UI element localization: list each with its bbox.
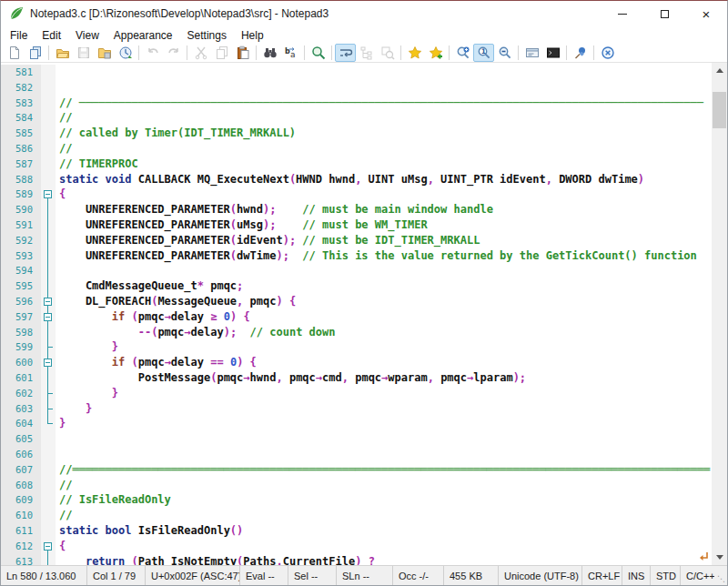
fold-collapse-box[interactable] bbox=[44, 190, 52, 198]
fold-collapse-box[interactable] bbox=[44, 298, 52, 306]
line-number[interactable]: 591 bbox=[1, 217, 41, 233]
status-mode[interactable]: STD bbox=[651, 566, 681, 585]
menu-settings[interactable]: Settings bbox=[180, 27, 234, 44]
line-number[interactable]: 611 bbox=[1, 523, 41, 539]
zoom-in-button[interactable] bbox=[452, 44, 473, 62]
minimize-button[interactable] bbox=[602, 1, 643, 26]
zoom-window-button[interactable] bbox=[377, 44, 398, 62]
copy-button[interactable] bbox=[211, 44, 232, 62]
line-number[interactable]: 610 bbox=[1, 508, 41, 523]
line-number[interactable]: 588 bbox=[1, 172, 41, 187]
menu-file[interactable]: File bbox=[3, 27, 35, 44]
line-number[interactable]: 596 bbox=[1, 294, 41, 309]
line-number[interactable]: 604 bbox=[1, 416, 41, 431]
status-column[interactable]: Col 1 / 79 bbox=[87, 566, 146, 585]
fold-marker[interactable] bbox=[41, 355, 56, 370]
fold-collapse-box[interactable] bbox=[44, 313, 52, 321]
redo-button[interactable] bbox=[163, 44, 184, 62]
status-eval[interactable]: Eval -- bbox=[240, 566, 288, 585]
line-number[interactable]: 599 bbox=[1, 339, 41, 355]
maximize-button[interactable] bbox=[643, 1, 685, 26]
save-as-button[interactable] bbox=[94, 44, 115, 62]
line-number[interactable]: 584 bbox=[1, 110, 41, 126]
status-selected-lines[interactable]: SLn -- bbox=[337, 566, 393, 585]
scroll-up-button[interactable] bbox=[712, 63, 727, 78]
line-number[interactable]: 603 bbox=[1, 401, 41, 417]
save-button[interactable] bbox=[73, 44, 94, 62]
menu-help[interactable]: Help bbox=[234, 27, 271, 44]
scroll-down-button[interactable] bbox=[712, 550, 727, 565]
zoom-100-button[interactable]: 1 bbox=[473, 44, 494, 62]
line-number[interactable]: 589 bbox=[1, 187, 41, 202]
status-selection[interactable]: Sel -- bbox=[288, 566, 337, 585]
line-number[interactable]: 609 bbox=[1, 492, 41, 508]
status-lexer[interactable]: C/C++ Source Code bbox=[681, 566, 714, 585]
fold-marker[interactable] bbox=[41, 294, 56, 309]
line-number[interactable]: 581 bbox=[1, 65, 41, 80]
fold-marker[interactable] bbox=[41, 187, 56, 202]
line-number[interactable]: 597 bbox=[1, 309, 41, 325]
menu-view[interactable]: View bbox=[68, 27, 106, 44]
line-number[interactable]: 602 bbox=[1, 386, 41, 401]
line-number[interactable]: 593 bbox=[1, 248, 41, 264]
status-line[interactable]: Ln 580 / 13.060 bbox=[1, 566, 87, 585]
editor-pane[interactable]: 581582583// ────────────────────────────… bbox=[1, 63, 727, 565]
always-on-top-button[interactable] bbox=[570, 44, 591, 62]
code-outline-button[interactable] bbox=[356, 44, 377, 62]
new-file-button[interactable] bbox=[4, 44, 25, 62]
fold-collapse-box[interactable] bbox=[44, 359, 52, 367]
exit-button[interactable] bbox=[597, 44, 618, 62]
code-text: // bbox=[56, 141, 712, 157]
line-number[interactable]: 606 bbox=[1, 447, 41, 462]
line-number[interactable]: 608 bbox=[1, 478, 41, 493]
find-button[interactable] bbox=[259, 44, 280, 62]
favorites-button[interactable] bbox=[404, 44, 425, 62]
open-button[interactable] bbox=[52, 44, 73, 62]
new-window-button[interactable] bbox=[25, 44, 46, 62]
line-number[interactable]: 600 bbox=[1, 355, 41, 370]
close-button[interactable]: × bbox=[685, 1, 727, 26]
status-occurrences[interactable]: Occ -/- bbox=[393, 566, 444, 585]
status-file-size[interactable]: 455 KB bbox=[444, 566, 499, 585]
replace-button[interactable]: ba bbox=[280, 44, 301, 62]
status-encoding[interactable]: Unicode (UTF-8) bbox=[499, 566, 582, 585]
line-number[interactable]: 585 bbox=[1, 126, 41, 141]
line-number[interactable]: 586 bbox=[1, 141, 41, 157]
line-number[interactable]: 582 bbox=[1, 80, 41, 96]
console-button[interactable] bbox=[542, 44, 563, 62]
fold-margin bbox=[41, 141, 56, 157]
resize-grip[interactable]: ⋱ bbox=[714, 566, 727, 585]
line-number[interactable]: 607 bbox=[1, 462, 41, 478]
scrollbar-thumb[interactable] bbox=[713, 92, 726, 128]
line-number[interactable]: 587 bbox=[1, 157, 41, 172]
undo-button[interactable] bbox=[142, 44, 163, 62]
paste-button[interactable] bbox=[232, 44, 253, 62]
zoom-out-button[interactable] bbox=[494, 44, 515, 62]
line-number[interactable]: 583 bbox=[1, 96, 41, 111]
line-number[interactable]: 594 bbox=[1, 263, 41, 278]
line-number[interactable]: 590 bbox=[1, 202, 41, 217]
status-unicode-point[interactable]: U+0x002F (ASC:47) bbox=[146, 566, 240, 585]
recent-files-button[interactable] bbox=[115, 44, 136, 62]
fold-collapse-box[interactable] bbox=[44, 542, 52, 551]
line-number[interactable]: 613 bbox=[1, 554, 41, 566]
fold-marker[interactable] bbox=[41, 309, 56, 325]
line-number[interactable]: 601 bbox=[1, 370, 41, 386]
line-number[interactable]: 605 bbox=[1, 431, 41, 447]
vertical-scrollbar[interactable] bbox=[712, 63, 727, 565]
customize-schemes-button[interactable] bbox=[521, 44, 542, 62]
line-number[interactable]: 612 bbox=[1, 539, 41, 554]
fold-marker[interactable] bbox=[41, 539, 56, 554]
menu-edit[interactable]: Edit bbox=[35, 27, 68, 44]
cut-button[interactable] bbox=[190, 44, 211, 62]
grep-button[interactable] bbox=[308, 44, 329, 62]
status-overtype[interactable]: INS bbox=[622, 566, 651, 585]
status-eol-mode[interactable]: CR+LF bbox=[582, 566, 622, 585]
menu-appearance[interactable]: Appearance bbox=[106, 27, 180, 44]
word-wrap-button[interactable] bbox=[335, 44, 356, 62]
line-number[interactable]: 595 bbox=[1, 278, 41, 294]
add-favorite-button[interactable] bbox=[425, 44, 446, 62]
notepad3-app-icon[interactable] bbox=[8, 5, 25, 22]
line-number[interactable]: 598 bbox=[1, 325, 41, 340]
line-number[interactable]: 592 bbox=[1, 233, 41, 248]
